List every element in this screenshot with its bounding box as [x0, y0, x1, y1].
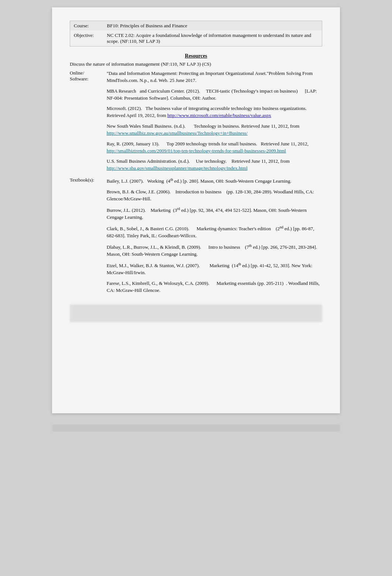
- ref-clark: Clark, B., Sobel, J., & Basteri C.G. (20…: [107, 225, 322, 239]
- link-sba[interactable]: http://www.sba.gov/smallbusinessplanner/…: [107, 165, 248, 171]
- link-nsw[interactable]: http://www.smallbiz.nsw.gov.au/smallbusi…: [107, 130, 248, 136]
- textbooks-label: Textbook(s):: [70, 177, 107, 298]
- blurred-footer: [70, 304, 322, 322]
- resources-title: Resources: [70, 53, 322, 59]
- link-microsoft[interactable]: http://www.microsoft.com/enable/business…: [167, 113, 271, 118]
- sup-th-1: th: [170, 177, 173, 182]
- online-software-section: Online/Software: "Data and Information M…: [70, 70, 322, 176]
- ref-burrow: Burrow, J.L. (2012). Marketing (3rd ed.)…: [107, 206, 322, 221]
- ref-brown: Brown, B.J. & Clow, J.E. (2006). Introdu…: [107, 189, 322, 203]
- online-software-content: "Data and Information Management: Protec…: [107, 70, 322, 176]
- ref-dlabay: Dlabay, L.R., Burrow, J.L., & Kleindl, B…: [107, 243, 322, 258]
- textbooks-section: Textbook(s): Bailey, L.J. (2007). Workin…: [70, 177, 322, 298]
- objective-row: Objective: NC CTE 2.02: Acquire a founda…: [70, 31, 322, 46]
- link-ray[interactable]: http://smallbiztrends.com/2009/01/top-te…: [107, 148, 286, 154]
- ref-farese: Farese, L.S., Kimbrell, G., & Woloszyk, …: [107, 280, 322, 294]
- ref-entry-ray: Ray, R. (2009, January 13). Top 2009 tec…: [107, 141, 322, 155]
- sup-rd: rd: [177, 207, 180, 211]
- sup-th-14: th: [238, 262, 241, 266]
- course-value: BF10: Principles of Business and Finance: [103, 21, 322, 31]
- sup-th-7: th: [249, 244, 252, 248]
- page: Course: BF10: Principles of Business and…: [52, 7, 340, 413]
- ref-entry-sba: U.S. Small Business Administration. (n.d…: [107, 158, 322, 172]
- ref-entry-mba: MBA Research and Curriculum Center. (201…: [107, 88, 322, 102]
- ref-entry-mindtools: "Data and Information Management: Protec…: [107, 70, 322, 84]
- ref-entry-microsoft: Microsoft. (2012). The business value of…: [107, 105, 322, 119]
- course-row: Course: BF10: Principles of Business and…: [70, 21, 322, 31]
- discuss-line: Discuss the nature of information manage…: [70, 61, 322, 67]
- objective-value: NC CTE 2.02: Acquire a foundational know…: [103, 31, 322, 46]
- course-label: Course:: [70, 21, 103, 31]
- bottom-bar: [52, 424, 340, 432]
- header-table: Course: BF10: Principles of Business and…: [70, 21, 322, 46]
- ref-bailey: Bailey, L.J. (2007). Working (4th ed.) […: [107, 177, 322, 185]
- textbooks-content: Bailey, L.J. (2007). Working (4th ed.) […: [107, 177, 322, 298]
- ref-entry-nsw: New South Wales Small Business. (n.d.). …: [107, 123, 322, 137]
- objective-label: Objective:: [70, 31, 103, 46]
- online-software-label: Online/Software:: [70, 70, 107, 176]
- ref-etzel: Etzel, M.J., Walker, B.J. & Stanton, W.J…: [107, 262, 322, 276]
- sup-nd: nd: [280, 225, 283, 229]
